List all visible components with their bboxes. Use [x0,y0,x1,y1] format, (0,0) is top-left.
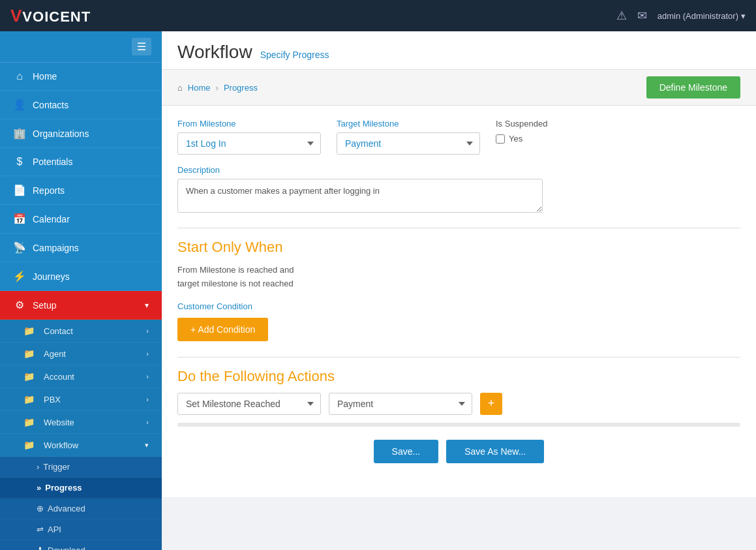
pbx-folder-icon: 📁 [23,394,35,405]
sidebar-sub-item-account[interactable]: 📁 Account › [0,365,162,388]
customer-condition-label: Customer Condition [177,301,740,311]
sidebar-sub-item-agent[interactable]: 📁 Agent › [0,343,162,365]
reports-icon: 📄 [13,184,26,196]
sidebar-sub-label-account: Account [44,372,74,382]
sidebar-sub-item-pbx[interactable]: 📁 PBX › [0,388,162,411]
sidebar-sub-item-contact[interactable]: 📁 Contact › [0,320,162,343]
is-suspended-group: Is Suspended Yes [496,119,548,144]
sidebar-item-journeys[interactable]: ⚡ Journeys [0,262,162,291]
breadcrumb: ⌂ Home › Progress [177,83,258,93]
define-milestone-button[interactable]: Define Milestone [646,76,740,99]
logo: VVOICENT [10,6,91,26]
sidebar-item-home[interactable]: ⌂ Home [0,63,162,91]
sidebar-item-label-organizations: Organizations [33,129,149,139]
target-milestone-select[interactable]: Payment 1st Log In Registration [337,132,480,155]
from-milestone-label: From Milestone [177,119,321,129]
condition-line1: From Milestone is reached and [177,264,740,277]
sidebar-item-label-contacts: Contacts [33,100,149,110]
workflow-folder-icon: 📁 [23,440,35,450]
do-following-actions-title: Do the Following Actions [177,368,740,385]
mail-icon[interactable]: ✉ [637,8,647,23]
sidebar-item-setup[interactable]: ⚙ Setup ▾ [0,291,162,320]
sidebar-sub-sub-label-api: API [48,525,61,534]
campaigns-icon: 📡 [13,241,26,254]
condition-line2: target milestone is not reached [177,277,740,291]
page-title: Workflow [177,42,252,63]
action-milestone-select[interactable]: Payment 1st Log In Registration [329,393,472,415]
alert-icon[interactable]: ⚠ [616,8,627,23]
sidebar-sub-sub-item-trigger[interactable]: › Trigger [0,457,162,478]
save-as-new-button[interactable]: Save As New... [446,440,544,463]
sidebar-sub-sub-label-progress: Progress [45,483,82,493]
add-condition-button[interactable]: + Add Condition [177,318,268,341]
action-add-button[interactable]: + [480,393,502,415]
milestone-form-row: From Milestone 1st Log In Payment Regist… [177,119,740,155]
sidebar-item-label-home: Home [33,71,149,82]
actions-section: Do the Following Actions Set Milestone R… [177,357,740,427]
contact-folder-icon: 📁 [23,326,35,336]
footer-buttons: Save... Save As New... [177,440,740,463]
content-area: Workflow Specify Progress ⌂ Home › Progr… [162,31,756,550]
save-button[interactable]: Save... [374,440,439,463]
sidebar-sub-sub-item-api[interactable]: ⇌ API [0,519,162,540]
description-group: Description [177,165,740,215]
sidebar-sub-label-contact: Contact [44,326,73,336]
user-menu[interactable]: admin (Administrator) ▾ [658,11,746,21]
sidebar-item-organizations[interactable]: 🏢 Organizations [0,119,162,148]
description-textarea[interactable] [177,179,543,213]
agent-folder-icon: 📁 [23,348,35,359]
potentials-icon: $ [13,156,26,168]
sidebar-sub-sub-item-advanced[interactable]: ⊕ Advanced [0,498,162,519]
start-only-when-title: Start Only When [177,239,740,256]
sidebar-sub-item-workflow[interactable]: 📁 Workflow ▾ [0,434,162,457]
setup-icon: ⚙ [13,299,26,311]
action-row: Set Milestone Reached Send Email Send SM… [177,393,740,415]
content-header: Workflow Specify Progress [162,31,756,70]
journeys-icon: ⚡ [13,270,26,283]
breadcrumb-current: Progress [224,83,258,93]
trigger-prefix: › [37,462,39,472]
target-milestone-group: Target Milestone Payment 1st Log In Regi… [337,119,480,155]
account-chevron-icon: › [146,373,149,380]
sidebar-sub-sub-item-download[interactable]: ⬇ Download [0,540,162,550]
sidebar-sub-label-agent: Agent [44,349,66,359]
main-layout: ☰ ⌂ Home 👤 Contacts 🏢 Organizations $ Po… [0,31,756,550]
sidebar-sub-sub-item-progress[interactable]: » Progress [0,478,162,498]
sidebar-item-label-calendar: Calendar [33,214,149,224]
sidebar-sub-item-website[interactable]: 📁 Website › [0,411,162,434]
breadcrumb-home-link[interactable]: Home [188,83,211,93]
contacts-icon: 👤 [13,99,26,111]
api-prefix: ⇌ [37,525,44,534]
sidebar-item-calendar[interactable]: 📅 Calendar [0,205,162,234]
website-chevron-icon: › [146,418,149,426]
sidebar-item-label-potentials: Potentials [33,157,149,167]
sidebar-sub-sub-label-trigger: Trigger [43,462,70,472]
sidebar-toggle-button[interactable]: ☰ [132,38,151,55]
action-type-select[interactable]: Set Milestone Reached Send Email Send SM… [177,393,321,415]
progress-prefix: » [37,483,41,493]
sidebar-item-reports[interactable]: 📄 Reports [0,176,162,205]
logo-area: VVOICENT [10,6,91,26]
sidebar-item-label-journeys: Journeys [33,271,149,282]
sidebar-item-potentials[interactable]: $ Potentials [0,148,162,176]
sidebar-toggle: ☰ [0,31,162,63]
from-milestone-select[interactable]: 1st Log In Payment Registration [177,132,321,155]
contact-chevron-icon: › [146,327,149,335]
page-subtitle: Specify Progress [260,50,329,60]
home-breadcrumb-icon: ⌂ [177,83,183,93]
download-prefix: ⬇ [37,545,44,550]
user-name: admin (Administrator) [658,11,738,21]
sidebar-sub-label-workflow: Workflow [44,440,78,450]
sidebar-item-contacts[interactable]: 👤 Contacts [0,91,162,119]
sidebar-sub-label-pbx: PBX [44,395,61,405]
top-nav: VVOICENT ⚠ ✉ admin (Administrator) ▾ [0,0,756,31]
sidebar-sub-sub-label-advanced: Advanced [48,504,85,513]
start-only-when-divider [177,228,740,228]
target-milestone-label: Target Milestone [337,119,480,129]
is-suspended-checkbox-row: Yes [496,134,548,144]
sidebar-item-label-setup: Setup [33,300,138,311]
is-suspended-checkbox[interactable] [496,134,505,144]
sidebar-item-label-reports: Reports [33,185,149,196]
sidebar-item-campaigns[interactable]: 📡 Campaigns [0,234,162,262]
home-icon: ⌂ [13,70,26,82]
